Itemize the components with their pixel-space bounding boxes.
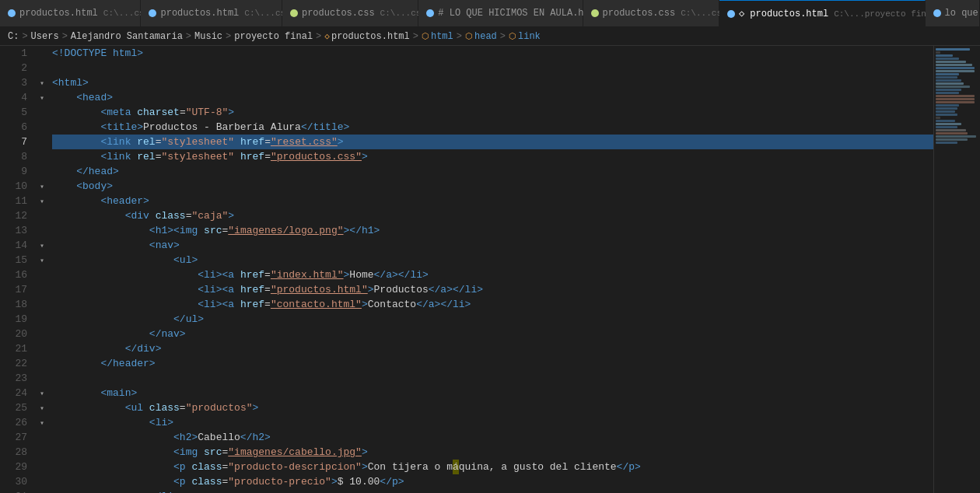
code-line-17: ________________________ <li> <a href="p…	[52, 282, 933, 297]
tab-productos-css4[interactable]: productos.html C:\...css4	[141, 0, 282, 26]
code-line-15: ____________________ <ul>	[52, 253, 933, 267]
code-line-16: ________________________ <li> <a href="i…	[52, 267, 933, 282]
code-line-26: ________________ <li>	[52, 415, 933, 430]
bc-username: Alejandro Santamaria	[71, 31, 183, 42]
tab-path: C:\...proyecto final	[834, 9, 936, 19]
code-line-12: ____________ <div class="caja" >	[52, 208, 933, 223]
code-line-21: ____________ </div>	[52, 341, 933, 356]
line-num-13: 13	[0, 223, 27, 238]
fold-7	[35, 135, 49, 149]
breadcrumb: C: > Users > Alejandro Santamaria > Musi…	[0, 27, 980, 46]
tab-productos-css2[interactable]: productos.html C:\...css2	[0, 0, 141, 26]
fold-26[interactable]: ▾	[35, 415, 49, 430]
code-line-28: ____________________ <img src="imagenes/…	[52, 445, 933, 460]
tab-bar: productos.html C:\...css2 productos.html…	[0, 0, 980, 27]
tab-productos-css5[interactable]: productos.css C:\...css5	[583, 0, 719, 26]
tab-label: lo que	[945, 8, 978, 19]
fold-21	[35, 341, 49, 356]
line-num-10: 10	[0, 179, 27, 194]
fold-27	[35, 430, 49, 445]
line-num-4: 4	[0, 90, 27, 105]
tab-lo-que-hicimos[interactable]: # LO QUE HICIMOS EN AULA.html	[418, 0, 583, 26]
tab-label: ◇ productos.html	[739, 8, 828, 19]
minimap[interactable]	[933, 46, 980, 493]
line-num-23: 23	[0, 371, 27, 386]
code-line-9: ____ </head>	[52, 164, 933, 179]
code-line-11: ________ <header>	[52, 194, 933, 208]
tab-label: productos.css	[302, 8, 375, 19]
fold-6	[35, 120, 49, 135]
bc-head-tag: head	[474, 31, 497, 42]
code-line-18: ________________________ <li> <a href="c…	[52, 297, 933, 312]
code-line-30: ____________________ <p class="producto-…	[52, 474, 933, 489]
code-line-20: ________________ </nav>	[52, 327, 933, 341]
line-num-30: 30	[0, 474, 27, 489]
code-line-3: <html>	[52, 75, 933, 90]
tab-icon	[149, 9, 156, 17]
tab-icon	[591, 9, 599, 17]
line-num-1: 1	[0, 46, 27, 61]
fold-1	[35, 46, 49, 61]
fold-4[interactable]: ▾	[35, 90, 49, 105]
code-line-8: ________ <link rel="stylesheet" href="pr…	[52, 149, 933, 164]
meta-open: <	[100, 105, 107, 120]
fold-30	[35, 474, 49, 489]
fold-29	[35, 460, 49, 474]
line-num-20: 20	[0, 327, 27, 341]
code-line-31: ________________ </li>	[52, 489, 933, 493]
bc-project: proyecto final	[234, 31, 313, 42]
code-line-6: ________ <title>Productos - Barbería Alu…	[52, 120, 933, 135]
tab-label: productos.html	[19, 8, 98, 19]
fold-19	[35, 312, 49, 327]
line-num-5: 5	[0, 105, 27, 120]
fold-31	[35, 489, 49, 493]
line-num-19: 19	[0, 312, 27, 327]
bc-users: Users	[31, 31, 59, 42]
code-line-22: ________ </header>	[52, 356, 933, 371]
tab-label: # LO QUE HICIMOS EN AULA.html	[438, 8, 600, 19]
fold-16	[35, 267, 49, 282]
line-num-16: 16	[0, 267, 27, 282]
code-line-19: ____________________ </ul>	[52, 312, 933, 327]
line-num-11: 11	[0, 194, 27, 208]
line-num-3: 3	[0, 75, 27, 90]
fold-14[interactable]: ▾	[35, 238, 49, 253]
minimap-content	[934, 46, 980, 146]
fold-3[interactable]: ▾	[35, 75, 49, 90]
line-num-25: 25	[0, 400, 27, 415]
line-num-8: 8	[0, 149, 27, 164]
tab-lo-que[interactable]: lo que	[926, 0, 980, 26]
code-line-2	[52, 61, 933, 75]
fold-22	[35, 356, 49, 371]
bc-music: Music	[194, 31, 222, 42]
bc-drive: C:	[8, 31, 19, 42]
code-line-10: ____ <body>	[52, 179, 933, 194]
bc-html-icon: ◇	[324, 31, 330, 41]
line-num-18: 18	[0, 297, 27, 312]
fold-area: ▾ ▾ ▾ ▾ ▾ ▾ ▾ ▾ ▾	[35, 46, 49, 493]
line-num-26: 26	[0, 415, 27, 430]
fold-17	[35, 282, 49, 297]
fold-24[interactable]: ▾	[35, 386, 49, 400]
fold-5	[35, 105, 49, 120]
fold-25[interactable]: ▾	[35, 400, 49, 415]
tab-productos-proyecto-final[interactable]: ◇ productos.html C:\...proyecto final ×	[719, 0, 926, 26]
fold-11[interactable]: ▾	[35, 194, 49, 208]
fold-23	[35, 371, 49, 386]
fold-15[interactable]: ▾	[35, 253, 49, 267]
code-line-5: ________ <meta charset="UTF-8" >	[52, 105, 933, 120]
fold-8	[35, 149, 49, 164]
fold-28	[35, 445, 49, 460]
fold-10[interactable]: ▾	[35, 179, 49, 194]
html-open-tag: <html>	[52, 75, 89, 90]
tab-icon	[727, 10, 735, 18]
code-editor[interactable]: <!DOCTYPE html> <html> ____ <head> _____…	[49, 46, 933, 493]
code-line-13: ________________ <h1> <img src="imagenes…	[52, 223, 933, 238]
line-num-14: 14	[0, 238, 27, 253]
tab-icon	[8, 9, 16, 17]
bc-html-tag: html	[431, 31, 453, 42]
tab-label: productos.css	[603, 8, 676, 19]
tab-productos-css-css4[interactable]: productos.css C:\...css4	[282, 0, 418, 26]
fold-20	[35, 327, 49, 341]
tab-icon	[290, 9, 298, 17]
